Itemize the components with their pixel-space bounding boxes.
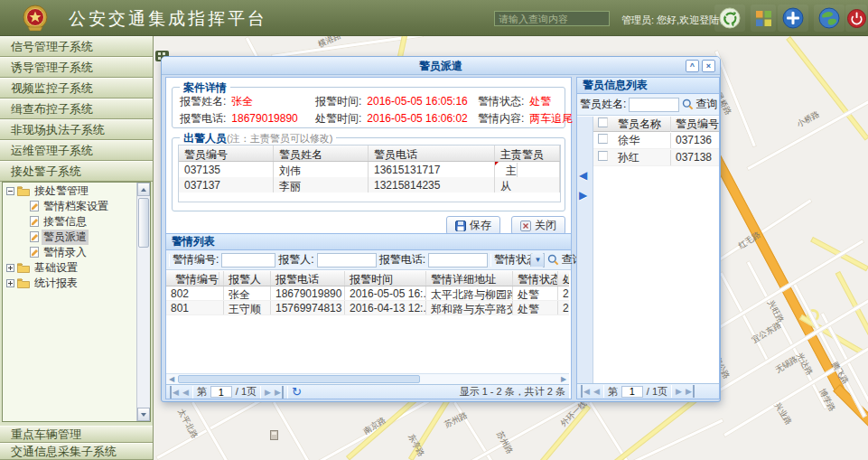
- prev-page-icon[interactable]: ◀: [182, 386, 189, 399]
- collapse-window-icon[interactable]: ^: [686, 60, 699, 72]
- table-row[interactable]: 037137 李丽 13215814235 从: [179, 177, 560, 192]
- horizontal-scrollbar[interactable]: ◀ ▶: [166, 373, 569, 384]
- caller-input[interactable]: [317, 253, 377, 268]
- close-icon: [520, 221, 531, 231]
- col-officer-id[interactable]: 警员编号: [671, 117, 719, 132]
- alarm-id-input[interactable]: [221, 253, 275, 268]
- table-row[interactable]: 801 王守顺 15769974813 2016-04-13 12:... 郑和…: [166, 301, 569, 315]
- col-alarm-id[interactable]: 警情编号: [166, 271, 224, 286]
- col-officer-phone[interactable]: 警员电话: [369, 146, 495, 161]
- collapse-toggle-icon[interactable]: [6, 187, 14, 195]
- tree-node-alarm-file-settings[interactable]: 警情档案设置: [3, 199, 150, 213]
- sidebar-item-guidance[interactable]: 诱导管理子系统: [0, 57, 153, 78]
- globe-button[interactable]: [814, 5, 845, 32]
- global-search-input[interactable]: [494, 11, 610, 26]
- col-primary-officer[interactable]: 主责警员: [495, 146, 560, 161]
- row-checkbox[interactable]: [598, 151, 608, 161]
- application-window: 横港路 凤桥路 小桥路 红毛路 兴旺路 宜公东路 宜公路 无锡路 光达路 腾飞路…: [0, 0, 868, 460]
- tree-node-alarm-entry[interactable]: 警情录入: [3, 245, 150, 259]
- dispatched-officers-table: 警员编号 警员姓名 警员电话 主责警员 037135 刘伟 1361513171…: [178, 145, 561, 202]
- tree-node-basic-settings[interactable]: 基础设置: [3, 260, 150, 275]
- chevron-down-icon[interactable]: ▼: [530, 254, 544, 267]
- col-officer-id[interactable]: 警员编号: [179, 146, 274, 161]
- logout-button[interactable]: [845, 5, 867, 32]
- last-page-icon[interactable]: ▶: [686, 385, 695, 398]
- officer-name-input[interactable]: [629, 98, 679, 112]
- refresh-icon[interactable]: ↻: [292, 386, 302, 399]
- scrollbar-thumb[interactable]: [178, 375, 420, 383]
- folder-icon: [17, 186, 30, 196]
- sidebar-item-video[interactable]: 视频监控子系统: [0, 78, 153, 99]
- tree-node-alarm-info[interactable]: 接警信息: [3, 214, 150, 229]
- table-row[interactable]: 徐华 037136: [593, 132, 719, 149]
- close-button[interactable]: 关闭: [511, 216, 565, 235]
- expand-toggle-icon[interactable]: [6, 264, 14, 272]
- next-page-icon[interactable]: ▶: [676, 385, 682, 398]
- alarm-status-field: 警情状态:处警: [478, 94, 551, 109]
- move-right-icon[interactable]: ▶: [579, 189, 587, 202]
- recycle-button[interactable]: [714, 5, 745, 32]
- save-button[interactable]: 保存: [446, 216, 500, 235]
- caller-label: 报警人:: [278, 252, 313, 268]
- tree-node-statistics-report[interactable]: 统计报表: [3, 276, 150, 290]
- close-window-icon[interactable]: ×: [702, 60, 715, 72]
- scroll-right-icon[interactable]: ▶: [558, 374, 569, 384]
- row-checkbox[interactable]: [598, 134, 608, 144]
- tree-node-dispatch-mgmt[interactable]: 接处警管理: [3, 183, 150, 198]
- apps-grid-button[interactable]: [751, 5, 776, 32]
- scroll-left-icon[interactable]: ◀: [166, 374, 177, 384]
- sidebar-item-key-vehicle[interactable]: 重点车辆管理: [0, 426, 153, 443]
- document-icon: [30, 216, 39, 227]
- col-report-time[interactable]: 报警时间: [345, 271, 426, 286]
- col-officer-name[interactable]: 警员姓名: [274, 146, 369, 161]
- col-address[interactable]: 警情详细地址: [426, 271, 513, 286]
- officer-query-button[interactable]: 查询: [682, 97, 717, 112]
- sidebar-item-signal[interactable]: 信号管理子系统: [0, 36, 153, 57]
- move-left-icon[interactable]: ◀: [579, 169, 587, 182]
- sidebar-item-offsite[interactable]: 非现场执法子系统: [0, 119, 153, 140]
- globe-icon: [818, 7, 840, 29]
- col-status[interactable]: 警情状态: [513, 271, 558, 286]
- col-officer-name[interactable]: 警员名称: [613, 117, 671, 132]
- sidebar-item-investigation[interactable]: 缉查布控子系统: [0, 99, 153, 119]
- document-icon: [30, 247, 39, 258]
- page-number-input[interactable]: [621, 386, 643, 398]
- page-number-input[interactable]: [210, 386, 232, 398]
- add-icon: [782, 7, 804, 29]
- table-row[interactable]: 037135 刘伟 13615131717 主: [179, 162, 560, 177]
- tree-scrollbar[interactable]: [136, 183, 150, 421]
- last-page-icon[interactable]: ▶: [275, 386, 284, 399]
- sidebar-item-maintenance[interactable]: 运维管理子系统: [0, 140, 153, 161]
- legend-note: (注：主责警员可以修改): [227, 133, 332, 144]
- scrollbar-thumb[interactable]: [138, 198, 149, 248]
- add-button[interactable]: [778, 5, 808, 32]
- tree-node-officer-dispatch[interactable]: 警员派遣: [3, 230, 150, 244]
- sidebar-item-traffic-info-collection[interactable]: 交通信息采集子系统: [0, 443, 153, 460]
- alarm-grid: 警情编号 报警人 报警电话 报警时间 警情详细地址 警情状态 处警时间 802 …: [166, 271, 569, 374]
- sidebar-item-dispatch-subsystem[interactable]: 接处警子系统: [0, 161, 153, 182]
- expand-toggle-icon[interactable]: [6, 279, 14, 287]
- page-total: / 1页: [236, 385, 257, 399]
- alarm-status-select[interactable]: ▼: [543, 253, 545, 268]
- table-row[interactable]: 802 张全 18679019890 2016-05-05 16:... 太平北…: [166, 286, 569, 301]
- scroll-up-icon[interactable]: [137, 183, 150, 196]
- table-row[interactable]: 孙红 037138: [593, 149, 719, 166]
- first-page-icon[interactable]: ◀: [581, 385, 590, 398]
- apps-grid-icon: [756, 11, 771, 26]
- select-all-checkbox[interactable]: [598, 117, 608, 127]
- page-prefix: 第: [197, 385, 207, 399]
- folder-icon: [17, 278, 30, 288]
- phone-input[interactable]: [428, 253, 488, 268]
- officer-panel-title: 警员信息列表: [577, 78, 719, 94]
- scroll-down-icon[interactable]: [137, 408, 150, 421]
- sidebar: 信号管理子系统 诱导管理子系统 视频监控子系统 缉查布控子系统 非现场执法子系统…: [0, 36, 154, 460]
- caller-name-field: 报警姓名:张全: [180, 94, 253, 109]
- alarm-id-label: 警情编号:: [173, 252, 219, 268]
- col-handle-time[interactable]: 处警时间: [558, 271, 569, 286]
- first-page-icon[interactable]: ◀: [170, 386, 179, 399]
- prev-page-icon[interactable]: ◀: [593, 385, 600, 398]
- case-details-fieldset: 案件详情 报警姓名:张全 报警时间:2016-05-05 16:05:16 警情…: [172, 87, 565, 128]
- col-caller[interactable]: 报警人: [224, 271, 271, 286]
- col-caller-phone[interactable]: 报警电话: [271, 271, 345, 286]
- next-page-icon[interactable]: ▶: [265, 386, 271, 399]
